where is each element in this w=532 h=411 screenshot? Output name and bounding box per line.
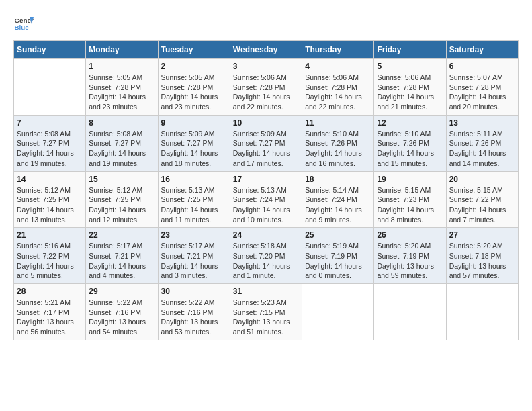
day-info: Sunrise: 5:07 AM Sunset: 7:28 PM Dayligh… — [449, 73, 515, 112]
calendar-cell: 30Sunrise: 5:22 AM Sunset: 7:16 PM Dayli… — [158, 284, 230, 340]
day-info: Sunrise: 5:09 AM Sunset: 7:27 PM Dayligh… — [233, 129, 299, 169]
day-number: 5 — [377, 62, 443, 71]
day-number: 9 — [161, 118, 227, 128]
logo: General Blue — [13, 13, 34, 34]
svg-text:Blue: Blue — [15, 24, 30, 31]
day-info: Sunrise: 5:18 AM Sunset: 7:20 PM Dayligh… — [233, 241, 299, 281]
day-info: Sunrise: 5:15 AM Sunset: 7:23 PM Dayligh… — [377, 185, 443, 225]
day-number: 28 — [17, 287, 83, 296]
calendar-cell: 5Sunrise: 5:06 AM Sunset: 7:28 PM Daylig… — [374, 59, 446, 116]
calendar-cell: 9Sunrise: 5:09 AM Sunset: 7:27 PM Daylig… — [158, 115, 230, 171]
calendar-cell: 3Sunrise: 5:06 AM Sunset: 7:28 PM Daylig… — [230, 59, 302, 116]
calendar-cell: 21Sunrise: 5:16 AM Sunset: 7:22 PM Dayli… — [14, 228, 86, 284]
weekday-header-tuesday: Tuesday — [158, 41, 230, 59]
day-info: Sunrise: 5:16 AM Sunset: 7:22 PM Dayligh… — [17, 241, 83, 281]
day-info: Sunrise: 5:20 AM Sunset: 7:19 PM Dayligh… — [377, 241, 443, 281]
day-number: 10 — [233, 118, 299, 128]
calendar-cell: 10Sunrise: 5:09 AM Sunset: 7:27 PM Dayli… — [230, 115, 302, 171]
calendar-cell — [374, 284, 446, 340]
day-number: 17 — [233, 175, 299, 184]
calendar-cell: 18Sunrise: 5:14 AM Sunset: 7:24 PM Dayli… — [302, 171, 374, 228]
day-number: 24 — [233, 230, 299, 240]
day-info: Sunrise: 5:11 AM Sunset: 7:26 PM Dayligh… — [449, 129, 515, 169]
calendar-cell: 8Sunrise: 5:08 AM Sunset: 7:27 PM Daylig… — [86, 115, 158, 171]
day-number: 27 — [449, 230, 515, 240]
day-info: Sunrise: 5:12 AM Sunset: 7:25 PM Dayligh… — [17, 185, 83, 225]
week-row-4: 21Sunrise: 5:16 AM Sunset: 7:22 PM Dayli… — [14, 228, 519, 284]
day-info: Sunrise: 5:22 AM Sunset: 7:16 PM Dayligh… — [161, 298, 227, 337]
calendar-cell — [302, 284, 374, 340]
day-info: Sunrise: 5:23 AM Sunset: 7:15 PM Dayligh… — [233, 298, 299, 337]
calendar-cell: 22Sunrise: 5:17 AM Sunset: 7:21 PM Dayli… — [86, 228, 158, 284]
day-info: Sunrise: 5:20 AM Sunset: 7:18 PM Dayligh… — [449, 241, 515, 281]
day-number: 3 — [233, 62, 299, 71]
weekday-header-monday: Monday — [86, 41, 158, 59]
day-info: Sunrise: 5:13 AM Sunset: 7:24 PM Dayligh… — [233, 185, 299, 225]
day-info: Sunrise: 5:22 AM Sunset: 7:16 PM Dayligh… — [89, 298, 154, 337]
weekday-header-thursday: Thursday — [302, 41, 374, 59]
day-number: 8 — [89, 118, 154, 128]
calendar-cell: 17Sunrise: 5:13 AM Sunset: 7:24 PM Dayli… — [230, 171, 302, 228]
weekday-header-row: SundayMondayTuesdayWednesdayThursdayFrid… — [14, 41, 519, 59]
day-info: Sunrise: 5:10 AM Sunset: 7:26 PM Dayligh… — [377, 129, 443, 169]
day-number: 11 — [305, 118, 371, 128]
calendar-cell — [14, 59, 86, 116]
calendar-cell: 4Sunrise: 5:06 AM Sunset: 7:28 PM Daylig… — [302, 59, 374, 116]
day-info: Sunrise: 5:06 AM Sunset: 7:28 PM Dayligh… — [377, 73, 443, 112]
calendar-table: SundayMondayTuesdayWednesdayThursdayFrid… — [13, 40, 519, 340]
day-info: Sunrise: 5:12 AM Sunset: 7:25 PM Dayligh… — [89, 185, 154, 225]
day-number: 22 — [89, 230, 154, 240]
day-info: Sunrise: 5:09 AM Sunset: 7:27 PM Dayligh… — [161, 129, 227, 169]
day-number: 21 — [17, 230, 83, 240]
day-number: 31 — [233, 287, 299, 296]
day-number: 1 — [89, 62, 154, 71]
day-number: 18 — [305, 175, 371, 184]
calendar-cell: 31Sunrise: 5:23 AM Sunset: 7:15 PM Dayli… — [230, 284, 302, 340]
week-row-3: 14Sunrise: 5:12 AM Sunset: 7:25 PM Dayli… — [14, 171, 519, 228]
day-info: Sunrise: 5:17 AM Sunset: 7:21 PM Dayligh… — [161, 241, 227, 281]
calendar-cell: 6Sunrise: 5:07 AM Sunset: 7:28 PM Daylig… — [446, 59, 518, 116]
weekday-header-wednesday: Wednesday — [230, 41, 302, 59]
day-info: Sunrise: 5:05 AM Sunset: 7:28 PM Dayligh… — [89, 73, 154, 112]
day-number: 13 — [449, 118, 515, 128]
calendar-cell: 14Sunrise: 5:12 AM Sunset: 7:25 PM Dayli… — [14, 171, 86, 228]
day-number: 19 — [377, 175, 443, 184]
day-info: Sunrise: 5:15 AM Sunset: 7:22 PM Dayligh… — [449, 185, 515, 225]
week-row-1: 1Sunrise: 5:05 AM Sunset: 7:28 PM Daylig… — [14, 59, 519, 116]
page-header: General Blue — [13, 13, 519, 34]
day-number: 15 — [89, 175, 154, 184]
day-info: Sunrise: 5:05 AM Sunset: 7:28 PM Dayligh… — [161, 73, 227, 112]
calendar-cell: 1Sunrise: 5:05 AM Sunset: 7:28 PM Daylig… — [86, 59, 158, 116]
calendar-cell: 11Sunrise: 5:10 AM Sunset: 7:26 PM Dayli… — [302, 115, 374, 171]
day-number: 4 — [305, 62, 371, 71]
calendar-cell: 29Sunrise: 5:22 AM Sunset: 7:16 PM Dayli… — [86, 284, 158, 340]
calendar-cell: 7Sunrise: 5:08 AM Sunset: 7:27 PM Daylig… — [14, 115, 86, 171]
calendar-cell: 12Sunrise: 5:10 AM Sunset: 7:26 PM Dayli… — [374, 115, 446, 171]
weekday-header-sunday: Sunday — [14, 41, 86, 59]
day-info: Sunrise: 5:08 AM Sunset: 7:27 PM Dayligh… — [17, 129, 83, 169]
day-number: 29 — [89, 287, 154, 296]
weekday-header-friday: Friday — [374, 41, 446, 59]
calendar-cell: 26Sunrise: 5:20 AM Sunset: 7:19 PM Dayli… — [374, 228, 446, 284]
day-info: Sunrise: 5:10 AM Sunset: 7:26 PM Dayligh… — [305, 129, 371, 169]
day-number: 12 — [377, 118, 443, 128]
day-info: Sunrise: 5:17 AM Sunset: 7:21 PM Dayligh… — [89, 241, 154, 281]
calendar-cell: 16Sunrise: 5:13 AM Sunset: 7:25 PM Dayli… — [158, 171, 230, 228]
day-info: Sunrise: 5:21 AM Sunset: 7:17 PM Dayligh… — [17, 298, 83, 337]
day-number: 30 — [161, 287, 227, 296]
calendar-cell: 15Sunrise: 5:12 AM Sunset: 7:25 PM Dayli… — [86, 171, 158, 228]
week-row-5: 28Sunrise: 5:21 AM Sunset: 7:17 PM Dayli… — [14, 284, 519, 340]
calendar-cell: 19Sunrise: 5:15 AM Sunset: 7:23 PM Dayli… — [374, 171, 446, 228]
day-info: Sunrise: 5:14 AM Sunset: 7:24 PM Dayligh… — [305, 185, 371, 225]
calendar-cell: 28Sunrise: 5:21 AM Sunset: 7:17 PM Dayli… — [14, 284, 86, 340]
day-number: 25 — [305, 230, 371, 240]
calendar-cell: 27Sunrise: 5:20 AM Sunset: 7:18 PM Dayli… — [446, 228, 518, 284]
calendar-cell: 24Sunrise: 5:18 AM Sunset: 7:20 PM Dayli… — [230, 228, 302, 284]
day-info: Sunrise: 5:13 AM Sunset: 7:25 PM Dayligh… — [161, 185, 227, 225]
logo-icon: General Blue — [13, 13, 34, 34]
calendar-cell: 25Sunrise: 5:19 AM Sunset: 7:19 PM Dayli… — [302, 228, 374, 284]
calendar-cell — [446, 284, 518, 340]
day-number: 7 — [17, 118, 83, 128]
day-info: Sunrise: 5:06 AM Sunset: 7:28 PM Dayligh… — [233, 73, 299, 112]
day-info: Sunrise: 5:06 AM Sunset: 7:28 PM Dayligh… — [305, 73, 371, 112]
